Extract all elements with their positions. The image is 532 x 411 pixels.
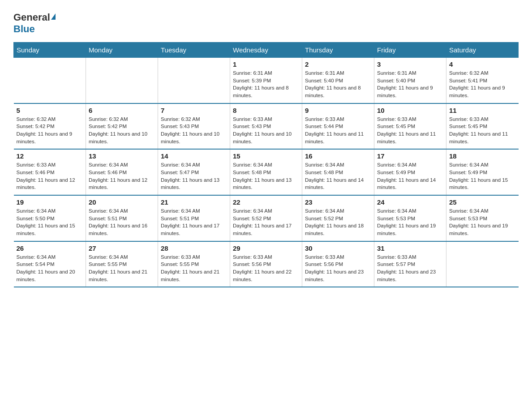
day-info: Sunrise: 6:34 AMSunset: 5:46 PMDaylight:… [89, 161, 155, 191]
day-info: Sunrise: 6:31 AMSunset: 5:39 PMDaylight:… [233, 69, 299, 99]
calendar-week-3: 19Sunrise: 6:34 AMSunset: 5:50 PMDayligh… [14, 195, 519, 241]
calendar-cell: 5Sunrise: 6:32 AMSunset: 5:42 PMDaylight… [14, 103, 86, 150]
calendar-cell [158, 58, 230, 103]
day-info: Sunrise: 6:33 AMSunset: 5:56 PMDaylight:… [305, 253, 371, 283]
calendar-cell: 12Sunrise: 6:33 AMSunset: 5:46 PMDayligh… [14, 149, 86, 195]
calendar-cell: 2Sunrise: 6:31 AMSunset: 5:40 PMDaylight… [302, 58, 374, 103]
calendar-cell: 16Sunrise: 6:34 AMSunset: 5:48 PMDayligh… [302, 149, 374, 195]
day-number: 16 [305, 152, 371, 160]
day-number: 1 [233, 60, 299, 68]
calendar-cell: 1Sunrise: 6:31 AMSunset: 5:39 PMDaylight… [230, 58, 302, 103]
header-friday: Friday [374, 43, 446, 58]
calendar-cell: 27Sunrise: 6:34 AMSunset: 5:55 PMDayligh… [86, 241, 158, 287]
day-info: Sunrise: 6:34 AMSunset: 5:48 PMDaylight:… [233, 161, 299, 191]
day-info: Sunrise: 6:34 AMSunset: 5:47 PMDaylight:… [161, 161, 227, 191]
calendar-cell: 11Sunrise: 6:33 AMSunset: 5:45 PMDayligh… [446, 103, 519, 150]
day-info: Sunrise: 6:34 AMSunset: 5:53 PMDaylight:… [377, 207, 443, 237]
day-info: Sunrise: 6:33 AMSunset: 5:56 PMDaylight:… [233, 253, 299, 283]
calendar-week-0: 1Sunrise: 6:31 AMSunset: 5:39 PMDaylight… [14, 58, 519, 103]
calendar-cell: 14Sunrise: 6:34 AMSunset: 5:47 PMDayligh… [158, 149, 230, 195]
day-number: 26 [17, 244, 83, 252]
calendar-cell: 4Sunrise: 6:32 AMSunset: 5:41 PMDaylight… [446, 58, 519, 103]
calendar-cell: 19Sunrise: 6:34 AMSunset: 5:50 PMDayligh… [14, 195, 86, 241]
calendar-cell: 9Sunrise: 6:33 AMSunset: 5:44 PMDaylight… [302, 103, 374, 150]
logo-general-text: General [13, 13, 50, 22]
calendar-cell: 10Sunrise: 6:33 AMSunset: 5:45 PMDayligh… [374, 103, 446, 150]
day-info: Sunrise: 6:33 AMSunset: 5:44 PMDaylight:… [305, 116, 371, 146]
day-number: 21 [161, 198, 227, 206]
calendar-cell: 8Sunrise: 6:33 AMSunset: 5:43 PMDaylight… [230, 103, 302, 150]
day-number: 8 [233, 107, 299, 114]
logo-triangle-icon [51, 13, 56, 20]
day-number: 12 [17, 152, 83, 160]
day-info: Sunrise: 6:34 AMSunset: 5:51 PMDaylight:… [89, 207, 155, 237]
calendar-cell: 26Sunrise: 6:34 AMSunset: 5:54 PMDayligh… [14, 241, 86, 287]
logo-blue-text: Blue [13, 23, 35, 34]
calendar-body: 1Sunrise: 6:31 AMSunset: 5:39 PMDaylight… [14, 58, 519, 287]
day-info: Sunrise: 6:31 AMSunset: 5:40 PMDaylight:… [377, 69, 443, 99]
calendar-cell [446, 241, 519, 287]
calendar-week-4: 26Sunrise: 6:34 AMSunset: 5:54 PMDayligh… [14, 241, 519, 287]
day-info: Sunrise: 6:32 AMSunset: 5:41 PMDaylight:… [449, 69, 516, 99]
calendar-week-1: 5Sunrise: 6:32 AMSunset: 5:42 PMDaylight… [14, 103, 519, 150]
header: General Blue [13, 9, 519, 35]
day-info: Sunrise: 6:32 AMSunset: 5:42 PMDaylight:… [89, 116, 155, 146]
day-info: Sunrise: 6:34 AMSunset: 5:49 PMDaylight:… [377, 161, 443, 191]
calendar-cell: 3Sunrise: 6:31 AMSunset: 5:40 PMDaylight… [374, 58, 446, 103]
day-number: 10 [377, 107, 443, 114]
calendar-cell: 20Sunrise: 6:34 AMSunset: 5:51 PMDayligh… [86, 195, 158, 241]
day-number: 6 [89, 107, 155, 114]
day-info: Sunrise: 6:34 AMSunset: 5:49 PMDaylight:… [449, 161, 516, 191]
day-info: Sunrise: 6:32 AMSunset: 5:42 PMDaylight:… [17, 116, 83, 146]
calendar-header: Sunday Monday Tuesday Wednesday Thursday… [14, 43, 519, 58]
day-number: 22 [233, 198, 299, 206]
day-number: 13 [89, 152, 155, 160]
day-number: 5 [17, 107, 83, 114]
day-number: 14 [161, 152, 227, 160]
calendar-cell: 31Sunrise: 6:33 AMSunset: 5:57 PMDayligh… [374, 241, 446, 287]
calendar-cell [86, 58, 158, 103]
day-info: Sunrise: 6:32 AMSunset: 5:43 PMDaylight:… [161, 116, 227, 146]
calendar-cell [14, 58, 86, 103]
day-info: Sunrise: 6:31 AMSunset: 5:40 PMDaylight:… [305, 69, 371, 99]
header-thursday: Thursday [302, 43, 374, 58]
calendar-cell: 24Sunrise: 6:34 AMSunset: 5:53 PMDayligh… [374, 195, 446, 241]
day-info: Sunrise: 6:34 AMSunset: 5:55 PMDaylight:… [89, 253, 155, 283]
day-info: Sunrise: 6:33 AMSunset: 5:43 PMDaylight:… [233, 116, 299, 146]
day-info: Sunrise: 6:34 AMSunset: 5:48 PMDaylight:… [305, 161, 371, 191]
logo: General Blue [13, 13, 56, 35]
day-number: 2 [305, 60, 371, 68]
day-number: 30 [305, 244, 371, 252]
calendar-week-2: 12Sunrise: 6:33 AMSunset: 5:46 PMDayligh… [14, 149, 519, 195]
day-number: 24 [377, 198, 443, 206]
day-number: 3 [377, 60, 443, 68]
day-number: 20 [89, 198, 155, 206]
day-number: 4 [449, 60, 516, 68]
calendar-table: Sunday Monday Tuesday Wednesday Thursday… [13, 42, 519, 287]
day-number: 18 [449, 152, 516, 160]
day-info: Sunrise: 6:33 AMSunset: 5:46 PMDaylight:… [17, 161, 83, 191]
header-tuesday: Tuesday [158, 43, 230, 58]
calendar-cell: 22Sunrise: 6:34 AMSunset: 5:52 PMDayligh… [230, 195, 302, 241]
day-info: Sunrise: 6:34 AMSunset: 5:52 PMDaylight:… [233, 207, 299, 237]
day-number: 7 [161, 107, 227, 114]
day-info: Sunrise: 6:33 AMSunset: 5:45 PMDaylight:… [449, 116, 516, 146]
day-number: 9 [305, 107, 371, 114]
calendar-cell: 30Sunrise: 6:33 AMSunset: 5:56 PMDayligh… [302, 241, 374, 287]
day-info: Sunrise: 6:34 AMSunset: 5:53 PMDaylight:… [449, 207, 516, 237]
day-info: Sunrise: 6:33 AMSunset: 5:57 PMDaylight:… [377, 253, 443, 283]
day-number: 23 [305, 198, 371, 206]
header-sunday: Sunday [14, 43, 86, 58]
day-number: 29 [233, 244, 299, 252]
header-monday: Monday [86, 43, 158, 58]
calendar-cell: 29Sunrise: 6:33 AMSunset: 5:56 PMDayligh… [230, 241, 302, 287]
calendar-cell: 18Sunrise: 6:34 AMSunset: 5:49 PMDayligh… [446, 149, 519, 195]
calendar-cell: 15Sunrise: 6:34 AMSunset: 5:48 PMDayligh… [230, 149, 302, 195]
calendar-cell: 7Sunrise: 6:32 AMSunset: 5:43 PMDaylight… [158, 103, 230, 150]
calendar-cell: 28Sunrise: 6:33 AMSunset: 5:55 PMDayligh… [158, 241, 230, 287]
day-info: Sunrise: 6:34 AMSunset: 5:54 PMDaylight:… [17, 253, 83, 283]
day-number: 11 [449, 107, 516, 114]
day-info: Sunrise: 6:34 AMSunset: 5:51 PMDaylight:… [161, 207, 227, 237]
day-info: Sunrise: 6:33 AMSunset: 5:55 PMDaylight:… [161, 253, 227, 283]
calendar-cell: 25Sunrise: 6:34 AMSunset: 5:53 PMDayligh… [446, 195, 519, 241]
